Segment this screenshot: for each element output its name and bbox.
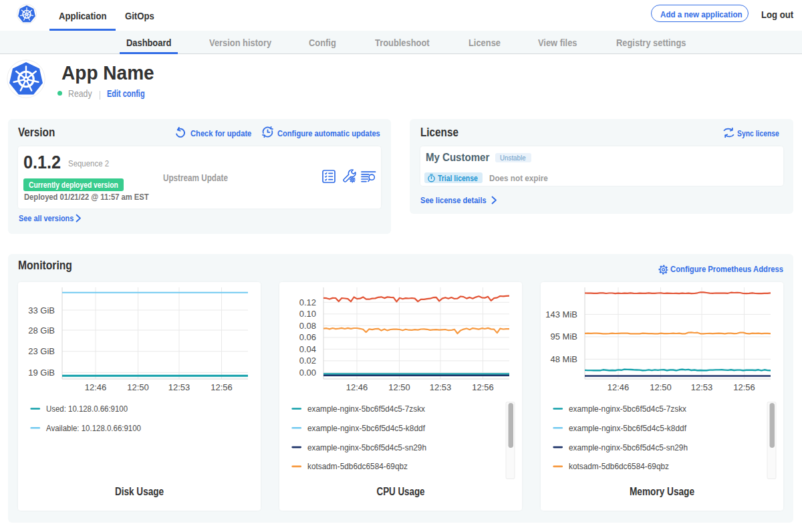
svg-text:kotsadm-5db6dc6584-69qbz: kotsadm-5db6dc6584-69qbz [569, 462, 669, 471]
svg-text:example-nginx-5bc6f5d4c5-7zskx: example-nginx-5bc6f5d4c5-7zskx [307, 404, 426, 414]
svg-text:Memory Usage: Memory Usage [630, 486, 694, 497]
svg-text:12:46: 12:46 [608, 382, 630, 392]
svg-text:23 GiB: 23 GiB [28, 346, 55, 356]
svg-text:12:53: 12:53 [430, 382, 452, 392]
svg-text:12:46: 12:46 [85, 382, 107, 392]
svg-text:12:50: 12:50 [127, 382, 149, 392]
svg-text:example-nginx-5bc6f5d4c5-sn29h: example-nginx-5bc6f5d4c5-sn29h [569, 443, 688, 452]
svg-text:12:50: 12:50 [388, 382, 410, 392]
svg-text:Used: 10.128.0.66:9100: Used: 10.128.0.66:9100 [46, 404, 128, 414]
svg-text:example-nginx-5bc6f5d4c5-sn29h: example-nginx-5bc6f5d4c5-sn29h [307, 443, 426, 452]
svg-text:Disk Usage: Disk Usage [115, 486, 164, 497]
svg-text:0.06: 0.06 [299, 332, 316, 342]
svg-text:12:56: 12:56 [211, 382, 233, 392]
svg-text:0.12: 0.12 [299, 297, 316, 307]
svg-text:0.02: 0.02 [299, 356, 316, 366]
svg-text:example-nginx-5bc6f5d4c5-7zskx: example-nginx-5bc6f5d4c5-7zskx [569, 404, 687, 414]
svg-text:12:56: 12:56 [733, 382, 755, 392]
svg-text:12:56: 12:56 [472, 382, 494, 392]
svg-text:12:53: 12:53 [168, 382, 190, 392]
svg-text:19 GiB: 19 GiB [28, 368, 55, 378]
svg-text:95 MiB: 95 MiB [551, 331, 577, 342]
svg-text:0.00: 0.00 [299, 368, 316, 378]
svg-text:48 MiB: 48 MiB [551, 354, 577, 364]
svg-text:0.04: 0.04 [299, 344, 316, 354]
svg-text:Available: 10.128.0.66:9100: Available: 10.128.0.66:9100 [46, 424, 141, 433]
svg-text:0.08: 0.08 [299, 321, 316, 331]
svg-text:33 GiB: 33 GiB [28, 305, 55, 315]
svg-text:example-nginx-5bc6f5d4c5-k8ddf: example-nginx-5bc6f5d4c5-k8ddf [569, 424, 686, 433]
svg-text:CPU Usage: CPU Usage [377, 486, 425, 497]
svg-text:143 MiB: 143 MiB [545, 309, 577, 319]
svg-text:12:50: 12:50 [650, 382, 672, 392]
svg-text:28 GiB: 28 GiB [28, 325, 55, 336]
svg-text:kotsadm-5db6dc6584-69qbz: kotsadm-5db6dc6584-69qbz [307, 462, 408, 471]
svg-text:0.10: 0.10 [299, 309, 316, 319]
svg-text:example-nginx-5bc6f5d4c5-k8ddf: example-nginx-5bc6f5d4c5-k8ddf [307, 424, 425, 433]
svg-text:12:46: 12:46 [346, 382, 368, 392]
svg-text:12:53: 12:53 [691, 382, 713, 392]
